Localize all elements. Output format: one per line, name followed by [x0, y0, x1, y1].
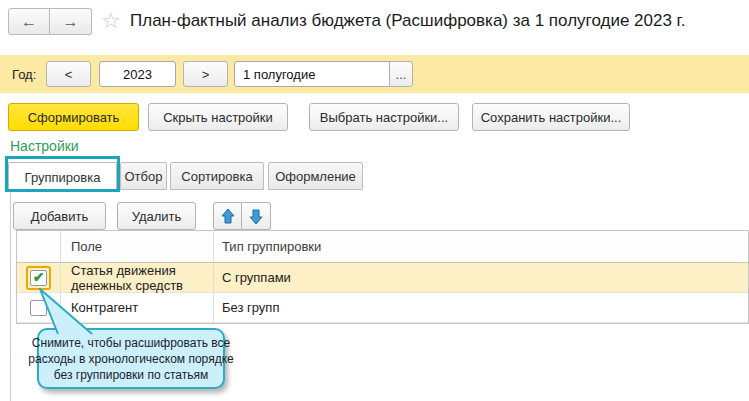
- page-title: План-фактный анализ бюджета (Расшифровка…: [130, 11, 685, 31]
- table-row[interactable]: ✔ Статья движения денежных средств С гру…: [17, 263, 748, 293]
- grouping-table: Поле Тип группировки ✔ Статья движения д…: [16, 230, 749, 324]
- callout-line: расходы в хронологическом порядке: [28, 351, 233, 367]
- remove-button[interactable]: Удалить: [117, 202, 196, 230]
- forward-arrow-icon: →: [63, 13, 79, 31]
- save-settings-button[interactable]: Сохранить настройки...: [472, 103, 630, 131]
- prev-year-button[interactable]: <: [46, 61, 91, 87]
- report-window: ← → ☆ План-фактный анализ бюджета (Расши…: [0, 0, 749, 401]
- back-arrow-icon: ←: [21, 13, 37, 31]
- history-nav: ← →: [8, 8, 92, 35]
- tab-page-left-border: [10, 192, 11, 401]
- grouping-tab-highlight-box: [5, 156, 120, 192]
- row1-checkbox-checked[interactable]: ✔: [30, 270, 47, 286]
- tab-appearance[interactable]: Оформление: [268, 162, 363, 190]
- year-label: Год:: [12, 67, 36, 82]
- add-button[interactable]: Добавить: [13, 202, 106, 230]
- callout-tail-pointer: [28, 287, 100, 335]
- forward-button[interactable]: →: [50, 8, 92, 35]
- move-up-button[interactable]: [213, 202, 242, 230]
- generate-button[interactable]: Сформировать: [8, 103, 139, 131]
- choose-settings-button[interactable]: Выбрать настройки...: [309, 103, 459, 131]
- move-up-icon: [220, 208, 236, 225]
- callout-line: без группировки по статьям: [54, 367, 208, 383]
- header-type-column: Тип группировки: [214, 231, 748, 262]
- annotation-callout: Снимите, чтобы расшифровать все расходы …: [37, 328, 225, 389]
- year-input[interactable]: 2023: [99, 61, 176, 87]
- tab-sorting[interactable]: Сортировка: [170, 162, 264, 190]
- check-icon: ✔: [33, 270, 45, 284]
- row2-type[interactable]: Без групп: [214, 293, 748, 322]
- move-down-button[interactable]: [242, 202, 271, 230]
- table-header-row: Поле Тип группировки: [17, 231, 748, 263]
- move-buttons: [213, 202, 271, 230]
- header-checkbox-column: [17, 231, 61, 262]
- table-row[interactable]: Контрагент Без групп: [17, 293, 748, 323]
- favorite-star-icon[interactable]: ☆: [101, 10, 121, 32]
- next-year-button[interactable]: >: [183, 61, 228, 87]
- checkbox-focus-ring: ✔: [26, 266, 51, 290]
- back-button[interactable]: ←: [8, 8, 50, 35]
- period-input[interactable]: 1 полугодие: [234, 61, 390, 87]
- callout-line: Снимите, чтобы расшифровать все: [32, 335, 230, 351]
- tab-filter[interactable]: Отбор: [120, 162, 167, 190]
- row1-type[interactable]: С группами: [214, 263, 748, 292]
- period-bar: Год: < 2023 > 1 полугодие ...: [0, 55, 749, 93]
- settings-header: Настройки: [10, 138, 79, 154]
- period-picker-button[interactable]: ...: [389, 61, 413, 87]
- move-down-icon: [248, 208, 264, 225]
- header-field-column: Поле: [61, 231, 214, 262]
- hide-settings-button[interactable]: Скрыть настройки: [148, 103, 288, 131]
